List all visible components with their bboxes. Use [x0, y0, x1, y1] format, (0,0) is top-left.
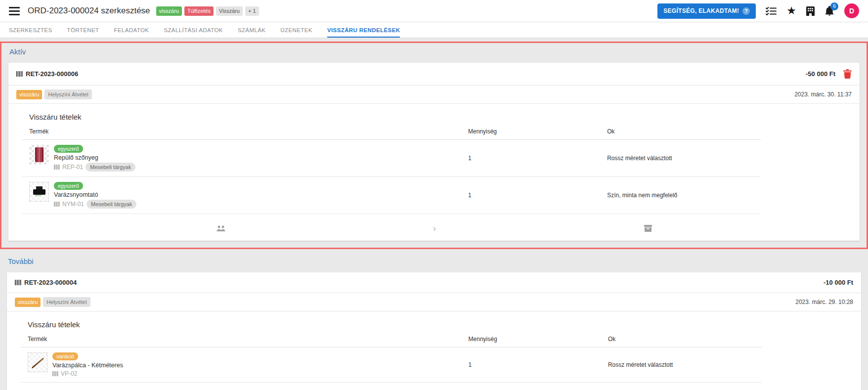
col-termek: Termék [28, 336, 469, 343]
page-title: ORD-2023-000024 szerkesztése [28, 6, 150, 16]
product-name: Varázsnyomtató [54, 191, 136, 198]
col-ok: Ok [608, 336, 762, 343]
card-footer: › [7, 383, 861, 390]
help-button[interactable]: SEGÍTSÉG, ELAKADTAM! ? [657, 3, 756, 19]
section-tovabbi: További RET-2023-000004 -10 000 Ft vissz… [0, 253, 868, 390]
items-table-header: Termék Mennyiség Ok [22, 128, 761, 140]
shipping-method-badge: Helyszíni Átvétel [44, 89, 91, 99]
return-order-code: RET-2023-000004 [15, 279, 77, 286]
tab-feladatok[interactable]: FELADATOK [114, 22, 149, 38]
col-mennyiseg: Mennyiség [469, 336, 608, 343]
divider [8, 103, 860, 104]
tab-szerkesztes[interactable]: SZERKESZTÉS [9, 22, 52, 38]
items-title: Visszáru tételek [28, 320, 762, 329]
chevron-right-icon[interactable]: › [433, 224, 436, 233]
order-badge-visszaru: visszáru [156, 6, 182, 16]
return-timestamp: 2023. márc. 29. 10:28 [795, 299, 853, 305]
status-badge: visszáru [15, 298, 41, 307]
tab-uzenetek[interactable]: ÜZENETEK [280, 22, 312, 38]
status-badge: visszáru [16, 90, 42, 99]
top-header: ORD-2023-000024 szerkesztése visszáru Tú… [0, 0, 868, 22]
section-tovabbi-label: További [0, 253, 868, 267]
item-quantity: 1 [468, 155, 607, 162]
return-order-card-006: RET-2023-000006 -50 000 Ft visszáru Hely… [8, 63, 860, 241]
checklist-icon[interactable] [766, 6, 777, 15]
tab-szamlak[interactable]: SZÁMLÁK [238, 22, 265, 38]
order-badge-more[interactable]: + 1 [245, 6, 259, 16]
customers-icon[interactable] [217, 225, 225, 232]
return-reason: Rossz méretet választott [607, 155, 761, 162]
shipping-method-badge: Helyszíni Átvétel [43, 297, 90, 307]
section-aktiv-label: Aktív [1, 43, 867, 58]
product-image-carpet [29, 145, 49, 165]
product-name: Repülő szőnyeg [54, 154, 135, 161]
return-reason: Szín, minta nem megfelelő [607, 192, 761, 199]
return-timestamp: 2023. márc. 30. 11:37 [794, 91, 852, 98]
item-quantity: 1 [469, 361, 608, 368]
items-title: Visszáru tételek [29, 113, 761, 121]
notification-badge: 6 [830, 2, 838, 10]
question-icon: ? [742, 7, 750, 15]
trash-icon[interactable] [843, 69, 852, 79]
star-icon[interactable]: ★ [786, 5, 796, 16]
barcode-icon [54, 202, 60, 207]
barcode-icon [16, 71, 23, 77]
return-reason: Rossz méretet választott [608, 361, 762, 368]
item-row: egyszerű Repülő szőnyeg REP-01 Mesebeli … [22, 140, 761, 177]
order-badge-visszaru-gray: Visszáru [216, 6, 243, 16]
tab-visszaru-rendelesek[interactable]: VISSZÁRU RENDELÉSEK [327, 22, 400, 38]
divider [7, 311, 861, 311]
product-type-badge: variáció [52, 352, 78, 360]
avatar[interactable]: D [844, 3, 859, 18]
return-order-code: RET-2023-000006 [16, 70, 78, 78]
col-termek: Termék [29, 128, 468, 135]
product-image-printer [29, 182, 49, 202]
col-ok: Ok [607, 128, 761, 135]
product-sku: REP-01 [62, 164, 83, 171]
menu-icon[interactable] [9, 7, 20, 15]
items-table-header: Termék Mennyiség Ok [21, 336, 762, 347]
package-icon[interactable] [644, 225, 652, 232]
product-name: Varázspálca - Kétméteres [52, 362, 123, 369]
tab-szallitasi-adatok[interactable]: SZÁLLÍTÁSI ADATOK [164, 22, 223, 38]
topbar-actions: SEGÍTSÉG, ELAKADTAM! ? ★ 6 [657, 3, 859, 19]
bell-icon[interactable]: 6 [825, 6, 834, 16]
item-row: variáció Varázspálca - Kétméteres VP-02 … [21, 347, 762, 383]
help-button-label: SEGÍTSÉG, ELAKADTAM! [663, 7, 739, 14]
barcode-icon [52, 371, 58, 376]
product-image-wand [28, 352, 47, 372]
card-footer: › [8, 214, 860, 241]
building-icon[interactable] [806, 6, 815, 16]
product-sku: NYM-01 [62, 201, 84, 208]
return-total-amount: -50 000 Ft [806, 70, 835, 78]
return-total-amount: -10 000 Ft [824, 279, 853, 286]
barcode-icon [15, 280, 21, 285]
section-aktiv: Aktív RET-2023-000006 -50 000 Ft [0, 42, 868, 249]
order-badge-tulfizetes: Túlfizetés [184, 6, 214, 16]
tab-bar: SZERKESZTÉS TÖRTÉNET FELADATOK SZÁLLÍTÁS… [0, 22, 868, 38]
tab-tortenet[interactable]: TÖRTÉNET [67, 22, 99, 38]
product-category-badge: Mesebeli tárgyak [87, 200, 136, 209]
product-sku: VP-02 [61, 370, 77, 377]
product-type-badge: egyszerű [54, 145, 83, 153]
barcode-icon [54, 165, 60, 170]
product-category-badge: Mesebeli tárgyak [86, 163, 135, 172]
item-quantity: 1 [468, 192, 607, 199]
return-order-card-004: RET-2023-000004 -10 000 Ft visszáru Hely… [7, 272, 861, 390]
product-type-badge: egyszerű [54, 182, 83, 190]
col-mennyiseg: Mennyiség [468, 128, 607, 135]
item-row: egyszerű Varázsnyomtató NYM-01 Mesebeli … [22, 177, 761, 214]
